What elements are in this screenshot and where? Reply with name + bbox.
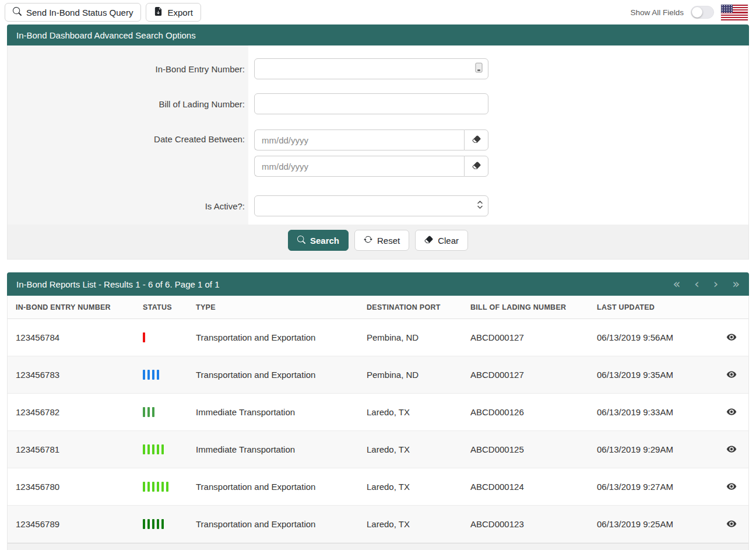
- search-actions-bar: Search Reset Clear: [8, 225, 748, 259]
- us-flag-language-icon[interactable]: [721, 5, 748, 20]
- bol-input[interactable]: [254, 93, 488, 114]
- search-button[interactable]: Search: [288, 230, 349, 251]
- status-bars: [137, 394, 190, 431]
- is-active-label: Is Active?:: [8, 195, 254, 216]
- view-details-button[interactable]: [725, 331, 738, 344]
- show-all-fields-label: Show All Fields: [630, 8, 684, 17]
- cell-destination: Laredo, TX: [361, 468, 465, 506]
- cell-destination: Laredo, TX: [361, 394, 465, 431]
- search-icon: [13, 7, 22, 17]
- entry-number-label: In-Bond Entry Number:: [8, 58, 254, 79]
- cell-type: Immediate Transportation: [190, 394, 361, 431]
- send-status-query-button[interactable]: Send In-Bond Status Query: [5, 3, 141, 22]
- col-bol-number: BILL OF LADING NUMBER: [465, 296, 591, 319]
- reports-list-header: In-Bond Reports List - Results 1 - 6 of …: [7, 272, 749, 296]
- date-from-input[interactable]: [254, 129, 464, 150]
- first-page-icon[interactable]: «: [673, 278, 680, 290]
- bol-label: Bill of Lading Number:: [8, 93, 254, 114]
- export-label: Export: [167, 8, 192, 17]
- col-last-updated: LAST UPDATED: [591, 296, 708, 319]
- cell-type: Immediate Transportation: [190, 431, 361, 468]
- inbond-reports-panel: In-Bond Reports List - Results 1 - 6 of …: [7, 272, 749, 550]
- show-all-fields-toggle[interactable]: [691, 6, 714, 19]
- file-download-icon: [154, 7, 163, 17]
- last-page-icon[interactable]: »: [732, 278, 740, 290]
- table-row: 123456782 Immediate Transportation Lared…: [8, 394, 748, 431]
- cell-destination: Pembina, ND: [361, 356, 465, 394]
- col-actions: [708, 296, 748, 319]
- cell-updated: 06/13/2019 9:27AM: [591, 468, 708, 506]
- eraser-icon: [424, 235, 433, 246]
- refresh-icon: [364, 235, 372, 246]
- eye-icon: [726, 519, 737, 529]
- cell-entry: 123456789: [8, 506, 137, 543]
- advanced-search-title: In-Bond Dashboard Advanced Search Option…: [16, 30, 196, 40]
- cell-destination: Laredo, TX: [361, 506, 465, 543]
- table-row: 123456789 Transportation and Exportation…: [8, 506, 748, 543]
- cell-entry: 123456782: [8, 394, 137, 431]
- cell-entry: 123456783: [8, 356, 137, 394]
- next-page-icon[interactable]: ›: [713, 278, 718, 290]
- advanced-search-panel: In-Bond Dashboard Advanced Search Option…: [7, 24, 749, 260]
- table-row: 123456783 Transportation and Exportation…: [8, 356, 748, 394]
- reports-table: IN-BOND ENTRY NUMBER STATUS TYPE DESTINA…: [8, 296, 748, 543]
- cell-entry: 123456781: [8, 431, 137, 468]
- view-details-button[interactable]: [725, 405, 738, 418]
- eraser-icon: [472, 135, 481, 145]
- col-status: STATUS: [137, 296, 190, 319]
- eraser-icon: [472, 161, 481, 171]
- date-created-label: Date Created Between:: [8, 129, 254, 177]
- advanced-search-header: In-Bond Dashboard Advanced Search Option…: [7, 24, 749, 45]
- cell-updated: 06/13/2019 9:33AM: [591, 394, 708, 431]
- reset-button-label: Reset: [377, 236, 400, 246]
- entry-number-input[interactable]: [254, 58, 488, 79]
- search-icon: [297, 236, 305, 246]
- table-row: 123456784 Transportation and Exportation…: [8, 319, 748, 356]
- is-active-select[interactable]: [254, 195, 488, 216]
- prev-page-icon[interactable]: ‹: [694, 278, 699, 290]
- view-details-button[interactable]: [725, 480, 738, 493]
- view-details-button[interactable]: [725, 443, 738, 456]
- eye-icon: [726, 332, 737, 342]
- cell-entry: 123456784: [8, 319, 137, 356]
- cell-bol: ABCD000124: [465, 468, 591, 506]
- clear-button[interactable]: Clear: [415, 230, 468, 251]
- eye-icon: [726, 444, 737, 454]
- clear-button-label: Clear: [438, 236, 459, 246]
- cell-bol: ABCD000127: [465, 356, 591, 394]
- date-from-clear-button[interactable]: [464, 129, 488, 150]
- table-row: 123456781 Immediate Transportation Lared…: [8, 431, 748, 468]
- eye-icon: [726, 407, 737, 417]
- cell-bol: ABCD000126: [465, 394, 591, 431]
- export-button[interactable]: Export: [146, 3, 201, 22]
- date-to-input[interactable]: [254, 156, 464, 177]
- cell-updated: 06/13/2019 9:35AM: [591, 356, 708, 394]
- cell-updated: 06/13/2019 9:29AM: [591, 431, 708, 468]
- cell-bol: ABCD000127: [465, 319, 591, 356]
- cell-entry: 123456780: [8, 468, 137, 506]
- status-bars: [137, 431, 190, 468]
- col-type: TYPE: [190, 296, 361, 319]
- search-button-label: Search: [310, 236, 339, 246]
- cell-type: Transportation and Exportation: [190, 319, 361, 356]
- cell-destination: Laredo, TX: [361, 431, 465, 468]
- cell-destination: Pembina, ND: [361, 319, 465, 356]
- send-status-query-label: Send In-Bond Status Query: [26, 8, 133, 17]
- input-field-icon: [475, 62, 483, 75]
- status-bars: [137, 468, 190, 506]
- cell-bol: ABCD000123: [465, 506, 591, 543]
- view-details-button[interactable]: [725, 517, 738, 530]
- col-entry-number: IN-BOND ENTRY NUMBER: [8, 296, 137, 319]
- reset-button[interactable]: Reset: [354, 230, 409, 251]
- eye-icon: [726, 369, 737, 380]
- reports-list-title: In-Bond Reports List - Results 1 - 6 of …: [16, 279, 220, 289]
- cell-type: Transportation and Exportation: [190, 468, 361, 506]
- status-bars: [137, 506, 190, 543]
- table-row: 123456780 Transportation and Exportation…: [8, 468, 748, 506]
- cell-type: Transportation and Exportation: [190, 356, 361, 394]
- eye-icon: [726, 481, 737, 492]
- col-destination-port: DESTINATION PORT: [361, 296, 465, 319]
- date-to-clear-button[interactable]: [464, 156, 488, 177]
- cell-updated: 06/13/2019 9:25AM: [591, 506, 708, 543]
- view-details-button[interactable]: [725, 368, 738, 381]
